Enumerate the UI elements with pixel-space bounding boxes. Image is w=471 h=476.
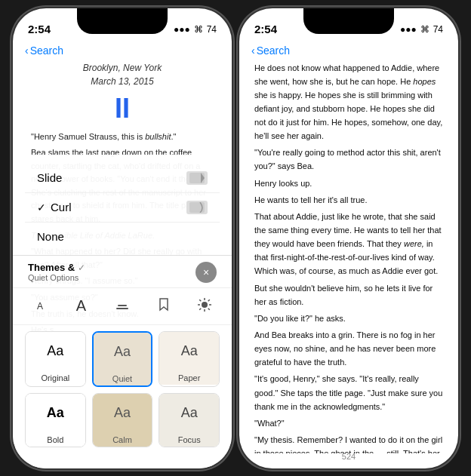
themes-title: Themes & ✓ xyxy=(28,262,85,273)
slide-option-none[interactable]: None xyxy=(25,223,220,250)
brightness-button[interactable] xyxy=(192,294,217,318)
rp-1: He does not know what happened to Addie,… xyxy=(254,61,443,143)
rp-7: "Do you like it?" he asks. xyxy=(254,312,443,325)
chevron-left-icon: ‹ xyxy=(25,45,29,57)
theme-card-calm[interactable]: Aa Calm xyxy=(92,393,153,447)
right-text: He does not know what happened to Addie,… xyxy=(254,61,443,453)
battery-right: 74 xyxy=(433,24,443,35)
rp-11: "My thesis. Remember? I wanted to do it … xyxy=(254,433,443,453)
text-icon xyxy=(115,297,130,315)
signal-icon-left: ●●● xyxy=(174,24,190,35)
time-right: 2:54 xyxy=(254,23,277,35)
back-label-left: Search xyxy=(30,45,63,57)
svg-line-12 xyxy=(199,308,201,309)
back-button-right[interactable]: ‹ Search xyxy=(251,45,290,57)
theme-preview-paper: Aa xyxy=(159,332,219,371)
themes-grid: Aa Original Aa Quiet Aa xyxy=(13,325,232,453)
font-large-label: A xyxy=(76,297,86,315)
svg-line-9 xyxy=(199,299,201,301)
time-left: 2:54 xyxy=(28,23,51,35)
phone-right-inner: 2:54 ●●● ⌘ 74 ‹ Search He d xyxy=(239,8,458,468)
quiet-option-label: Quiet Options xyxy=(28,273,85,282)
theme-card-bold[interactable]: Aa Bold xyxy=(25,393,86,447)
svg-line-10 xyxy=(208,308,210,309)
curl-label: Curl xyxy=(51,201,72,213)
back-label-right: Search xyxy=(257,45,290,57)
font-small-label: A xyxy=(37,301,43,312)
theme-preview-bold: Aa xyxy=(26,394,85,433)
chapter-number: II xyxy=(31,93,214,124)
none-label: None xyxy=(37,230,64,243)
phones-container: 2:54 ●●● ⌘ 74 ‹ Search Broo xyxy=(13,8,458,468)
wifi-icon-left: ⌘ xyxy=(194,24,203,35)
rp-3: Henry looks up. xyxy=(254,177,443,190)
nav-bar-right: ‹ Search xyxy=(239,41,458,61)
rp-4: He wants to tell her it's all true. xyxy=(254,193,443,207)
svg-rect-2 xyxy=(116,308,128,309)
themes-header: Themes & ✓ Quiet Options × xyxy=(13,256,232,287)
battery-left: 74 xyxy=(207,24,217,35)
book-location: Brooklyn, New York March 13, 2015 xyxy=(31,61,214,88)
rp-6: But she wouldn't believe him, so he lets… xyxy=(254,281,443,309)
slide-icon xyxy=(186,171,208,185)
theme-text-focus: Aa xyxy=(181,405,198,421)
slide-option-curl[interactable]: ✓ Curl xyxy=(25,193,220,223)
slide-option-slide[interactable]: Slide xyxy=(25,164,220,193)
theme-preview-focus: Aa xyxy=(159,394,219,433)
theme-label-bold: Bold xyxy=(26,433,85,447)
slide-options-section: Slide ✓ Curl xyxy=(13,164,232,256)
theme-text-calm: Aa xyxy=(114,405,131,421)
theme-preview-original: Aa xyxy=(26,332,85,371)
rp-2: "You're really going to method actor thi… xyxy=(254,146,443,173)
svg-point-4 xyxy=(202,302,208,308)
theme-text-bold: Aa xyxy=(47,405,64,421)
checkmark-icon: ✓ xyxy=(37,201,46,213)
theme-preview-quiet: Aa xyxy=(94,333,152,372)
nav-bar-left: ‹ Search xyxy=(13,41,232,61)
font-large-button[interactable]: A xyxy=(69,294,94,318)
close-button[interactable]: × xyxy=(195,262,217,283)
font-toolbar: A A xyxy=(13,287,232,325)
theme-label-quiet: Quiet xyxy=(94,372,152,385)
chevron-left-right-icon: ‹ xyxy=(251,45,255,57)
phone-right: 2:54 ●●● ⌘ 74 ‹ Search He d xyxy=(239,8,458,468)
page-number: 524 xyxy=(342,452,356,461)
rp-5: That about Addie, just like he wrote, th… xyxy=(254,210,443,278)
theme-card-original[interactable]: Aa Original xyxy=(25,331,86,387)
status-icons-left: ●●● ⌘ 74 xyxy=(174,24,217,35)
status-icons-right: ●●● ⌘ 74 xyxy=(400,24,443,35)
theme-card-paper[interactable]: Aa Paper xyxy=(159,331,220,387)
close-icon: × xyxy=(203,266,209,278)
notch-right xyxy=(303,8,394,34)
notch-left xyxy=(77,8,168,34)
font-small-button[interactable]: A xyxy=(28,294,52,318)
phone-left: 2:54 ●●● ⌘ 74 ‹ Search Broo xyxy=(13,8,232,468)
rp-9: "It's good, Henry," she says. "It's real… xyxy=(254,372,443,413)
curl-icon xyxy=(186,201,208,214)
theme-preview-calm: Aa xyxy=(93,394,152,433)
wifi-icon-right: ⌘ xyxy=(420,24,429,35)
theme-text-paper: Aa xyxy=(181,343,198,359)
themes-title-section: Themes & ✓ Quiet Options xyxy=(28,262,85,282)
phone-left-inner: 2:54 ●●● ⌘ 74 ‹ Search Broo xyxy=(13,8,232,468)
brightness-icon xyxy=(197,297,212,315)
overlay-panel: Slide ✓ Curl xyxy=(13,155,232,468)
slide-label: Slide xyxy=(37,171,62,184)
rp-8: And Bea breaks into a grin. There is no … xyxy=(254,328,443,369)
theme-label-focus: Focus xyxy=(159,433,219,447)
rp-10: "What?" xyxy=(254,416,443,430)
signal-icon-right: ●●● xyxy=(400,24,417,35)
font-style-button[interactable] xyxy=(110,294,134,318)
theme-card-focus[interactable]: Aa Focus xyxy=(159,393,220,447)
svg-line-11 xyxy=(208,299,210,301)
para-1: "Henry Samuel Strauss, this is bullshit.… xyxy=(31,131,214,144)
theme-label-calm: Calm xyxy=(93,433,152,447)
bookmark-button[interactable] xyxy=(152,294,176,318)
back-button-left[interactable]: ‹ Search xyxy=(25,45,63,57)
theme-card-quiet[interactable]: Aa Quiet xyxy=(92,331,153,387)
theme-text-quiet: Aa xyxy=(114,344,131,360)
svg-rect-3 xyxy=(118,305,127,306)
theme-text-original: Aa xyxy=(47,343,63,359)
right-book-content: He does not know what happened to Addie,… xyxy=(239,61,458,453)
theme-label-original: Original xyxy=(26,371,85,385)
